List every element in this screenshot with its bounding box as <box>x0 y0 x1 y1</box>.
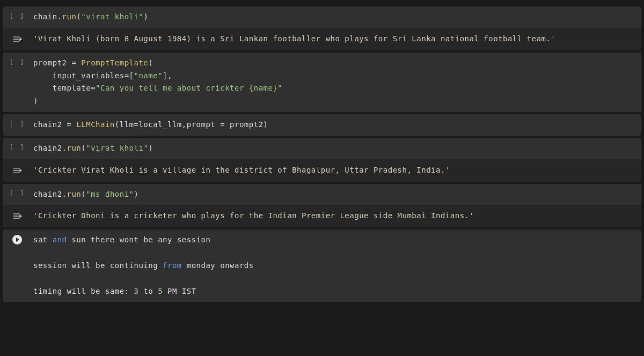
code-input[interactable]: chain2.run("virat kholi") <box>33 142 635 155</box>
output-arrow-icon <box>12 165 23 177</box>
execution-indicator[interactable]: [ ] <box>9 57 26 66</box>
code-cell[interactable]: [ ] chain.run("virat kholi") 'Virat Khol… <box>3 6 641 50</box>
bracket-icon: [ ] <box>9 12 25 20</box>
bracket-icon: [ ] <box>9 58 25 66</box>
output-arrow-icon <box>12 211 23 223</box>
code-input[interactable]: chain.run("virat kholi") <box>33 11 635 24</box>
execution-indicator[interactable]: [ ] <box>9 188 26 197</box>
bracket-icon: [ ] <box>9 189 25 197</box>
play-icon <box>12 235 22 244</box>
output-arrow-icon <box>12 34 23 46</box>
execution-indicator[interactable]: [ ] <box>9 118 26 128</box>
execution-indicator[interactable]: [ ] <box>9 11 26 20</box>
bracket-icon: [ ] <box>9 143 25 151</box>
output-indicator <box>9 33 26 46</box>
cell-output: 'Virat Kholi (born 8 August 1984) is a S… <box>33 33 635 46</box>
code-cell-active[interactable]: sat and sun there wont be any session se… <box>3 229 641 302</box>
code-cell[interactable]: [ ] chain2.run("virat kholi") 'Crickter … <box>3 138 641 182</box>
cell-output: 'Crickter Virat Kholi is a village in th… <box>33 164 635 177</box>
output-indicator <box>9 164 26 177</box>
run-cell-button[interactable] <box>9 234 26 244</box>
bracket-icon: [ ] <box>9 120 25 128</box>
execution-indicator[interactable]: [ ] <box>9 142 26 151</box>
code-input[interactable]: chain2.run("ms dhoni") <box>33 188 635 201</box>
output-indicator <box>9 210 26 223</box>
cell-output: 'Crickter Dhoni is a cricketer who plays… <box>33 210 635 222</box>
code-input[interactable]: prompt2 = PromptTemplate( input_variable… <box>33 57 635 108</box>
code-cell[interactable]: [ ] chain2.run("ms dhoni") 'Crickter Dho… <box>3 184 641 228</box>
code-cell[interactable]: [ ] prompt2 = PromptTemplate( input_vari… <box>3 53 641 112</box>
code-input[interactable]: sat and sun there wont be any session se… <box>33 234 635 298</box>
code-cell[interactable]: [ ] chain2 = LLMChain(llm=local_llm,prom… <box>3 114 641 136</box>
code-input[interactable]: chain2 = LLMChain(llm=local_llm,prompt =… <box>33 118 635 131</box>
